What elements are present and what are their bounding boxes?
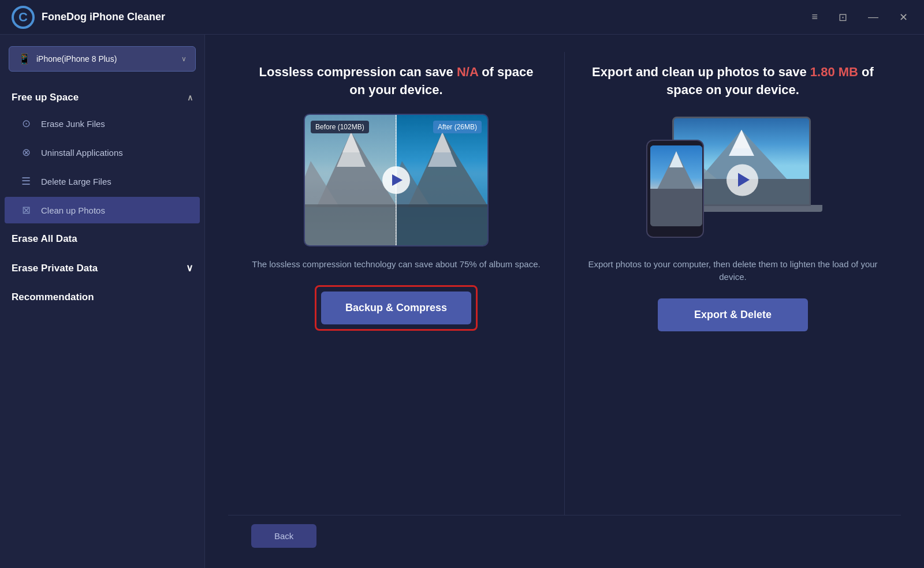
phone-icon: 📱 bbox=[18, 53, 31, 65]
recommendation-label: Recommendation bbox=[12, 292, 94, 302]
svg-rect-23 bbox=[650, 189, 702, 226]
heading-right-highlight: 1.80 MB bbox=[810, 65, 858, 79]
panel-left-description: The lossless compression technology can … bbox=[252, 258, 540, 271]
chat-button[interactable]: ⊡ bbox=[834, 9, 852, 26]
export-delete-button[interactable]: Export & Delete bbox=[658, 298, 808, 331]
section-recommendation[interactable]: Recommendation bbox=[0, 283, 204, 312]
phone-screen bbox=[650, 145, 702, 226]
sidebar-item-clean-photos[interactable]: ⊠ Clean up Photos bbox=[5, 197, 200, 223]
section-free-up-space[interactable]: Free up Space ∧ bbox=[0, 83, 204, 109]
svg-text:C: C bbox=[18, 10, 28, 24]
menu-button[interactable]: ≡ bbox=[807, 9, 822, 26]
delete-large-label: Delete Large Files bbox=[41, 177, 111, 186]
before-label: Before (102MB) bbox=[311, 121, 369, 133]
section-erase-all-data[interactable]: Erase All Data bbox=[0, 225, 204, 253]
section-free-up-space-label: Free up Space bbox=[12, 92, 79, 103]
svg-rect-6 bbox=[305, 204, 396, 245]
clock-icon: ⊙ bbox=[19, 117, 33, 130]
panels-row: Lossless compression can save N/A of spa… bbox=[228, 52, 901, 515]
app-layout: 📱 iPhone(iPhone 8 Plus) ∨ Free up Space … bbox=[0, 35, 924, 568]
device-name: iPhone(iPhone 8 Plus) bbox=[36, 54, 176, 63]
main-content: Lossless compression can save N/A of spa… bbox=[205, 35, 924, 568]
sidebar-item-erase-junk[interactable]: ⊙ Erase Junk Files bbox=[5, 110, 200, 137]
file-icon: ☰ bbox=[19, 175, 33, 188]
heading-right-text-1: Export and clean up photos to save bbox=[592, 65, 810, 79]
erase-private-label: Erase Private Data bbox=[12, 263, 98, 274]
bottom-bar: Back bbox=[228, 515, 901, 556]
close-button[interactable]: ✕ bbox=[895, 9, 912, 26]
heading-highlight: N/A bbox=[457, 65, 478, 79]
heading-text-1: Lossless compression can save bbox=[259, 65, 453, 79]
panel-right-heading: Export and clean up photos to save 1.80 … bbox=[588, 63, 878, 99]
app-logo: C bbox=[12, 6, 35, 29]
device-arrow-icon: ∨ bbox=[181, 55, 187, 63]
device-selector[interactable]: 📱 iPhone(iPhone 8 Plus) ∨ bbox=[9, 46, 196, 72]
backup-button-wrapper: Backup & Compress bbox=[315, 285, 478, 331]
sidebar: 📱 iPhone(iPhone 8 Plus) ∨ Free up Space … bbox=[0, 35, 205, 568]
panel-left-heading: Lossless compression can save N/A of spa… bbox=[251, 63, 541, 99]
app-title: FoneDog iPhone Cleaner bbox=[42, 11, 807, 23]
photo-icon: ⊠ bbox=[19, 204, 33, 216]
panel-right-description: Export photos to your computer, then del… bbox=[588, 258, 878, 284]
section-erase-private[interactable]: Erase Private Data ∨ bbox=[0, 253, 204, 283]
chevron-down-icon: ∨ bbox=[186, 262, 193, 274]
window-controls: ≡ ⊡ — ✕ bbox=[807, 9, 912, 26]
device-play-button[interactable] bbox=[726, 164, 758, 196]
titlebar: C FoneDog iPhone Cleaner ≡ ⊡ — ✕ bbox=[0, 0, 924, 35]
phone-image bbox=[646, 140, 704, 238]
sidebar-item-uninstall-apps[interactable]: ⊗ Uninstall Applications bbox=[5, 139, 200, 166]
minimize-button[interactable]: — bbox=[863, 9, 883, 26]
chevron-up-icon: ∧ bbox=[187, 93, 193, 102]
svg-rect-12 bbox=[396, 204, 489, 246]
comparison-image: Before (102MB) After (26MB) bbox=[304, 114, 489, 246]
panel-export-delete: Export and clean up photos to save 1.80 … bbox=[565, 52, 901, 515]
panel-backup-compress: Lossless compression can save N/A of spa… bbox=[228, 52, 565, 515]
sidebar-item-delete-large[interactable]: ☰ Delete Large Files bbox=[5, 168, 200, 195]
clean-photos-label: Clean up Photos bbox=[41, 205, 105, 215]
erase-all-label: Erase All Data bbox=[12, 233, 77, 244]
device-image bbox=[640, 114, 825, 246]
play-button[interactable] bbox=[382, 166, 410, 194]
after-label: After (26MB) bbox=[433, 121, 482, 133]
erase-junk-label: Erase Junk Files bbox=[41, 119, 105, 129]
backup-compress-button[interactable]: Backup & Compress bbox=[321, 292, 471, 324]
uninstall-apps-label: Uninstall Applications bbox=[41, 148, 123, 158]
uninstall-icon: ⊗ bbox=[19, 146, 33, 159]
back-button[interactable]: Back bbox=[251, 524, 316, 548]
